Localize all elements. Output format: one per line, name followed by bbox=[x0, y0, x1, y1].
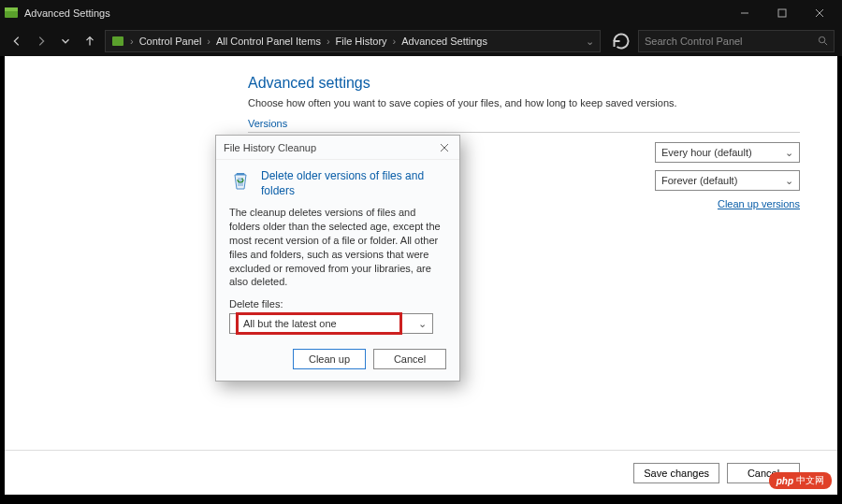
svg-rect-1 bbox=[5, 7, 18, 11]
minimize-button[interactable] bbox=[726, 0, 763, 26]
window-title: Advanced Settings bbox=[24, 7, 726, 19]
app-icon bbox=[4, 6, 19, 21]
dialog-close-button[interactable] bbox=[437, 140, 452, 155]
chevron-down-icon[interactable]: ⌄ bbox=[586, 36, 594, 48]
chevron-right-icon: › bbox=[325, 36, 332, 47]
svg-rect-6 bbox=[112, 36, 123, 46]
search-icon bbox=[818, 36, 828, 48]
dialog-title: File History Cleanup bbox=[224, 142, 316, 153]
address-bar[interactable]: › Control Panel › All Control Panel Item… bbox=[105, 30, 601, 52]
nav-bar: › Control Panel › All Control Panel Item… bbox=[0, 26, 842, 56]
forward-button[interactable] bbox=[32, 32, 51, 50]
section-versions: Versions bbox=[248, 118, 800, 133]
dialog-description: The cleanup deletes versions of files an… bbox=[229, 206, 446, 289]
back-button[interactable] bbox=[7, 32, 26, 50]
search-input[interactable]: Search Control Panel bbox=[638, 30, 835, 52]
breadcrumb-item[interactable]: File History bbox=[336, 36, 387, 47]
dialog-heading: Delete older versions of files and folde… bbox=[261, 169, 446, 198]
page-heading: Advanced settings bbox=[248, 75, 800, 92]
save-changes-button[interactable]: Save changes bbox=[633, 463, 719, 483]
chevron-down-icon: ⌄ bbox=[785, 175, 793, 187]
title-bar: Advanced Settings bbox=[0, 0, 842, 26]
chevron-right-icon: › bbox=[205, 36, 212, 47]
dialog-cancel-button[interactable]: Cancel bbox=[373, 349, 446, 369]
chevron-down-icon: ⌄ bbox=[785, 147, 793, 159]
selection-highlight: All but the latest one bbox=[236, 312, 402, 335]
recent-dropdown[interactable] bbox=[56, 32, 75, 50]
cleanup-versions-link[interactable]: Clean up versions bbox=[718, 198, 800, 209]
select-save-frequency[interactable]: Every hour (default) ⌄ bbox=[655, 142, 800, 163]
chevron-right-icon: › bbox=[128, 36, 136, 47]
refresh-button[interactable] bbox=[610, 30, 632, 52]
dialog-title-bar[interactable]: File History Cleanup bbox=[216, 136, 459, 160]
up-button[interactable] bbox=[80, 32, 99, 50]
delete-files-label: Delete files: bbox=[229, 298, 446, 310]
svg-line-8 bbox=[824, 42, 827, 45]
recycle-bin-icon bbox=[229, 169, 252, 192]
breadcrumb-item[interactable]: All Control Panel Items bbox=[216, 36, 321, 47]
select-keep-duration[interactable]: Forever (default) ⌄ bbox=[655, 170, 800, 191]
footer: Save changes Cancel bbox=[5, 450, 837, 495]
chevron-down-icon: ⌄ bbox=[410, 318, 427, 330]
svg-point-7 bbox=[819, 36, 824, 42]
cleanup-button[interactable]: Clean up bbox=[293, 349, 366, 369]
breadcrumb-item[interactable]: Control Panel bbox=[139, 36, 202, 47]
close-button[interactable] bbox=[801, 0, 838, 26]
maximize-button[interactable] bbox=[763, 0, 801, 26]
search-placeholder: Search Control Panel bbox=[645, 36, 743, 47]
control-panel-icon bbox=[111, 35, 124, 48]
watermark: php 中文网 bbox=[769, 472, 832, 489]
delete-files-select[interactable]: All but the latest one ⌄ bbox=[229, 313, 433, 334]
page-description: Choose how often you want to save copies… bbox=[248, 97, 800, 108]
svg-rect-3 bbox=[778, 9, 786, 17]
chevron-right-icon: › bbox=[391, 36, 399, 47]
breadcrumb-item[interactable]: Advanced Settings bbox=[401, 36, 487, 47]
file-history-cleanup-dialog: File History Cleanup Delete older versio… bbox=[215, 135, 460, 382]
